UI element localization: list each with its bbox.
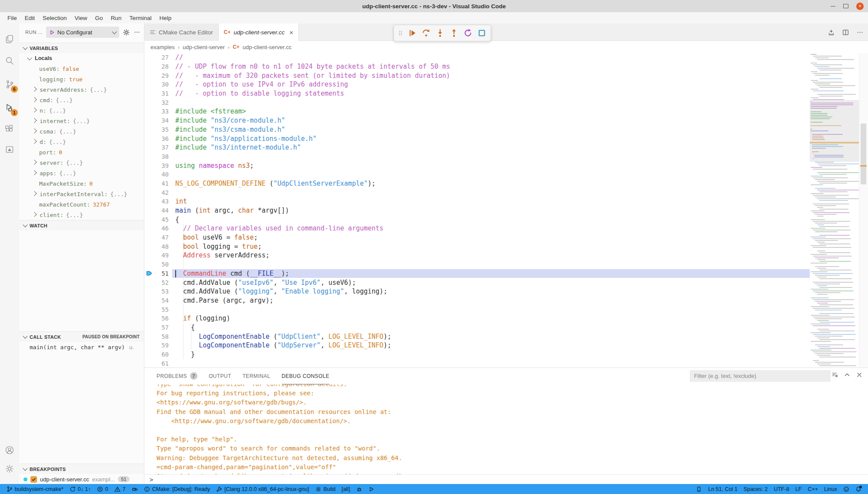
code-line[interactable]: 41NS_LOG_COMPONENT_DEFINE ("UdpClientSer… [144, 179, 810, 188]
console-filter-input[interactable] [690, 370, 831, 382]
explorer-icon[interactable] [0, 30, 19, 49]
menu-run[interactable]: Run [107, 15, 126, 21]
statusbar-cursor-position[interactable]: Ln 51, Col 1 [705, 484, 740, 494]
line-number[interactable]: 46 [154, 225, 169, 232]
line-number[interactable]: 49 [154, 252, 169, 259]
minimap[interactable] [810, 53, 859, 367]
statusbar-language-mode[interactable]: C++ [805, 484, 821, 494]
variable-row[interactable]: interPacketInterval:{...} [19, 189, 144, 199]
line-number[interactable]: 33 [154, 108, 169, 115]
line-number[interactable]: 41 [154, 180, 169, 187]
code-line[interactable]: 39using namespace ns3; [144, 161, 810, 170]
line-number[interactable]: 51 [154, 270, 169, 277]
code-line[interactable]: 34#include "ns3/core-module.h" [144, 116, 810, 125]
variable-row[interactable]: client:{...} [19, 210, 144, 220]
statusbar-cmake-build-target[interactable]: [all] [338, 484, 353, 494]
code-line[interactable]: 53 cmd.AddValue ("logging", "Enable logg… [144, 287, 810, 296]
clear-console-icon[interactable] [831, 371, 838, 378]
more-actions-icon[interactable] [856, 29, 864, 36]
minimize-icon[interactable] [831, 6, 835, 7]
statusbar-cmake-build[interactable]: Build [312, 484, 339, 494]
maximize-panel-icon[interactable] [844, 371, 851, 378]
debug-console-output[interactable]: Type "show configuration" for configurat… [144, 384, 868, 474]
statusbar-notifications[interactable] [852, 484, 865, 494]
line-number[interactable]: 53 [154, 288, 169, 295]
variable-row[interactable]: apps:{...} [19, 168, 144, 178]
accounts-icon[interactable] [0, 441, 19, 460]
tab-cmake-cache-editor[interactable]: CMake Cache Editor [144, 23, 219, 41]
code-line[interactable]: 56 if (logging) [144, 314, 810, 323]
code-line[interactable]: 50 [144, 260, 810, 269]
code-line[interactable]: 36#include "ns3/applications-module.h" [144, 134, 810, 143]
breadcrumb-item[interactable]: examples [150, 44, 175, 50]
panel-tab-terminal[interactable]: TERMINAL [243, 368, 270, 384]
code-line[interactable]: 33#include <fstream> [144, 107, 810, 116]
statusbar-indentation[interactable]: Spaces: 2 [741, 484, 771, 494]
line-number[interactable]: 34 [154, 117, 169, 124]
line-number[interactable]: 37 [154, 144, 169, 151]
statusbar-encoding[interactable]: UTF-8 [771, 484, 792, 494]
statusbar-sync-status[interactable]: 0↓ 1↑ [67, 484, 94, 494]
line-number[interactable]: 38 [154, 153, 169, 160]
code-line[interactable]: 38 [144, 152, 810, 161]
line-number[interactable]: 55 [154, 306, 169, 313]
line-number[interactable]: 44 [154, 207, 169, 214]
line-number[interactable]: 27 [154, 54, 169, 61]
statusbar-cmake-kit[interactable]: [Clang 12.0.0 x86_64-pc-linux-gnu] [213, 484, 312, 494]
line-number[interactable]: 50 [154, 261, 169, 268]
code-line[interactable]: 32 [144, 98, 810, 107]
step-into-button[interactable] [434, 27, 446, 39]
variable-row[interactable]: maxPacketCount:32767 [19, 199, 144, 210]
close-tab-icon[interactable]: × [290, 29, 294, 36]
panel-tab-debug-console[interactable]: DEBUG CONSOLE [282, 368, 330, 384]
code-line[interactable]: 57 { [144, 323, 810, 332]
variable-row[interactable]: port:0 [19, 147, 144, 157]
menu-help[interactable]: Help [155, 15, 175, 21]
line-number[interactable]: 47 [154, 234, 169, 241]
stop-button[interactable] [476, 27, 488, 39]
menu-file[interactable]: File [3, 15, 21, 21]
line-number[interactable]: 31 [154, 90, 169, 97]
scrollbar-thumb[interactable] [861, 124, 866, 184]
step-out-button[interactable] [448, 27, 460, 39]
code-line[interactable]: 58 LogComponentEnable ("UdpClient", LOG_… [144, 332, 810, 341]
code-line[interactable]: 49 Address serverAddress; [144, 251, 810, 260]
code-line[interactable]: 54 cmd.Parse (argc, argv); [144, 296, 810, 305]
line-number[interactable]: 28 [154, 63, 169, 70]
line-number[interactable]: 42 [154, 189, 169, 196]
more-actions-icon[interactable] [134, 29, 140, 36]
code-line[interactable]: 59 LogComponentEnable ("UdpServer", LOG_… [144, 341, 810, 350]
code-line[interactable]: 60 } [144, 350, 810, 359]
statusbar-cmake-run-button[interactable] [365, 484, 377, 494]
line-number[interactable]: 45 [154, 216, 169, 223]
breakpoints-section-header[interactable]: BREAKPOINTS [19, 464, 144, 474]
code-line[interactable]: 43int [144, 197, 810, 206]
code-line[interactable]: 45{ [144, 215, 810, 224]
menu-edit[interactable]: Edit [21, 15, 39, 21]
run-debug-icon[interactable]: 1 [0, 98, 19, 117]
line-number[interactable]: 59 [154, 342, 169, 349]
variable-row[interactable]: cmd:{...} [19, 95, 144, 105]
variable-row[interactable]: serverAddress:{...} [19, 84, 144, 95]
line-number[interactable]: 36 [154, 135, 169, 142]
line-number[interactable]: 60 [154, 351, 169, 358]
breakpoint-item[interactable]: udp-client-server.cc exampl... 51 [19, 474, 144, 484]
code-line[interactable]: 29// - maximum of 320 packets sent (or l… [144, 71, 810, 80]
restart-button[interactable] [462, 27, 474, 39]
debug-gear-icon[interactable] [123, 29, 130, 36]
variable-row[interactable]: d:{...} [19, 137, 144, 147]
panel-tab-problems[interactable]: PROBLEMS7 [157, 368, 197, 384]
statusbar-eol[interactable]: LF [792, 484, 805, 494]
statusbar-cmake-status[interactable]: CMake: [Debug]: Ready [141, 484, 213, 494]
statusbar-cmake-debug-launch[interactable] [129, 484, 141, 494]
line-number[interactable]: 30 [154, 81, 169, 88]
line-number[interactable]: 32 [154, 99, 169, 106]
line-number[interactable]: 39 [154, 162, 169, 169]
breadcrumb-item[interactable]: udp-client-server [183, 44, 225, 50]
variable-row[interactable]: internet:{...} [19, 116, 144, 126]
code-editor[interactable]: 27//28// - UDP flow from n0 to n1 of 102… [144, 53, 810, 367]
statusbar-warning-count[interactable]: 7 [111, 484, 129, 494]
variable-row[interactable]: MaxPacketSize:0 [19, 178, 144, 189]
split-editor-icon[interactable] [842, 29, 849, 36]
variable-row[interactable]: server:{...} [19, 157, 144, 168]
